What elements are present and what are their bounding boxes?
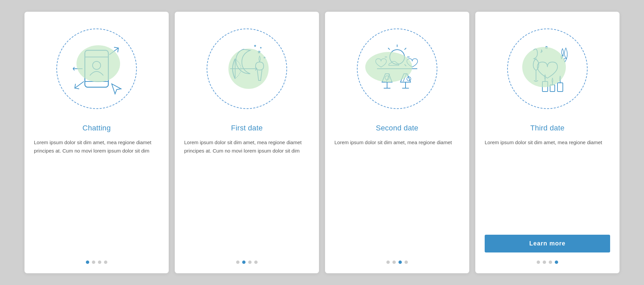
card-text-second-date: Lorem ipsum dolor sit dim amet, mea regi…	[334, 138, 460, 252]
illustration-chatting	[50, 22, 144, 116]
cards-container: Chatting Lorem ipsum dolor sit dim amet,…	[11, 2, 633, 283]
dot-2	[242, 261, 246, 264]
card-title-chatting: Chatting	[83, 124, 111, 132]
card-text-chatting: Lorem ipsum dolor sit dim amet, mea regi…	[34, 138, 159, 252]
learn-more-button[interactable]: Learn more	[485, 235, 610, 252]
dot-3	[248, 261, 252, 264]
card-title-first-date: First date	[231, 124, 263, 132]
dot-2	[543, 261, 546, 264]
illustration-second-date	[350, 22, 444, 116]
dot-2	[392, 261, 396, 264]
dashed-circle-chatting	[56, 28, 137, 109]
dashed-circle-first-date	[207, 28, 287, 109]
card-title-second-date: Second date	[376, 124, 419, 132]
dot-3	[549, 261, 552, 264]
card-third-date: ♪ ♫ Third date	[475, 12, 620, 273]
dot-1	[537, 261, 540, 264]
dot-1	[236, 261, 239, 264]
dot-4	[555, 261, 558, 264]
illustration-first-date: ★ ★ ★ ★	[200, 22, 294, 116]
dashed-circle-third-date	[507, 28, 588, 109]
dots-chatting	[86, 261, 107, 264]
dot-4	[405, 261, 408, 264]
card-chatting: Chatting Lorem ipsum dolor sit dim amet,…	[24, 12, 169, 273]
dot-1	[386, 261, 390, 264]
card-title-third-date: Third date	[530, 124, 565, 132]
dot-2	[92, 261, 95, 264]
dots-third-date	[537, 261, 558, 264]
dashed-circle-second-date	[357, 28, 437, 109]
card-text-third-date: Lorem ipsum dolor sit dim amet, mea regi…	[485, 138, 610, 229]
dot-3	[398, 261, 402, 264]
dot-4	[104, 261, 107, 264]
dot-4	[254, 261, 258, 264]
dots-second-date	[386, 261, 408, 264]
card-text-first-date: Lorem ipsum dolor sit dim amet, mea regi…	[184, 138, 310, 252]
card-second-date: Second date Lorem ipsum dolor sit dim am…	[325, 12, 469, 273]
dot-1	[86, 261, 89, 264]
card-first-date: ★ ★ ★ ★ First date Lorem ipsum dolor s	[175, 12, 319, 273]
dots-first-date	[236, 261, 258, 264]
dot-3	[98, 261, 101, 264]
illustration-third-date: ♪ ♫	[500, 22, 594, 116]
